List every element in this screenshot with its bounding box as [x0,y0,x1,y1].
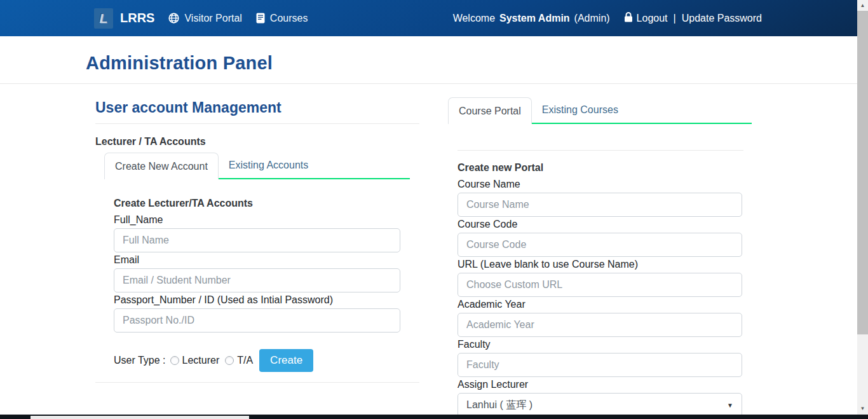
nav-divider: | [674,13,676,24]
page-title: Administration Panel [86,53,868,72]
create-portal-form: Create new Portal Course Name Course Cod… [458,162,742,419]
brand-label: LRRS [120,11,154,25]
assign-lecturer-label: Assign Lecturer [458,380,742,390]
create-button[interactable]: Create [259,349,313,372]
faculty-label: Faculty [458,340,742,350]
create-portal-form-title: Create new Portal [458,162,742,174]
assign-lecturer-select[interactable]: Lanhui ( 蓝珲 ) ▼ [458,393,742,417]
course-code-input[interactable] [458,233,742,257]
bottom-edge-strip [0,415,868,419]
logout-link[interactable]: Logout [624,12,668,25]
update-password-link[interactable]: Update Password [682,13,762,24]
radio-ta[interactable] [225,356,234,365]
email-input[interactable] [114,268,400,292]
tab-create-new-account[interactable]: Create New Account [104,153,219,179]
tab-label: Course Portal [459,106,521,117]
passport-input[interactable] [114,308,400,333]
scroll-up-icon[interactable]: ▲ [857,0,868,11]
passport-label: Passport_Number / ID (Used as Intial Pas… [114,295,400,305]
faculty-input[interactable] [458,353,742,377]
create-account-form-title: Create Lecturer/TA Accounts [114,198,400,209]
tab-course-portal[interactable]: Course Portal [448,97,532,124]
main-content: User account Management Lecturer / TA Ac… [0,84,868,419]
nav-link-courses[interactable]: Courses [256,13,308,24]
divider [95,382,419,383]
tab-label: Existing Accounts [229,160,308,171]
academic-year-input[interactable] [458,313,742,337]
user-account-heading: User account Management [95,99,419,116]
user-name: System Admin [499,13,570,24]
create-account-form: Create Lecturer/TA Accounts Full_Name Em… [114,198,400,372]
lecturer-ta-accounts-heading: Lecturer / TA Accounts [95,136,419,148]
email-label: Email [114,255,400,265]
lrrs-logo-icon: L [94,8,113,29]
divider [95,123,419,124]
tab-label: Create New Account [115,161,208,172]
welcome-text: Welcome [453,13,495,24]
course-portal-section: Course Portal Existing Courses Create ne… [448,84,752,419]
scroll-down-icon[interactable]: ▼ [857,403,868,414]
nav-link-visitor-portal[interactable]: Visitor Portal [168,13,241,24]
user-type-label: User Type : [114,355,166,366]
top-navbar: L LRRS Visitor Portal [0,0,868,36]
chevron-down-icon: ▼ [727,402,733,409]
radio-ta-label[interactable]: T/A [237,355,253,366]
selected-lecturer-value: Lanhui ( 蓝珲 ) [466,399,532,412]
course-tabs: Course Portal Existing Courses [448,97,752,124]
bottom-edge-strip-highlight [31,416,249,419]
title-bar: Administration Panel [0,36,868,84]
globe-icon [168,13,179,24]
radio-lecturer-label[interactable]: Lecturer [182,355,220,366]
scrollbar-thumb[interactable] [857,11,868,334]
custom-url-label: URL (Leave blank to use Course Name) [458,259,742,270]
full-name-input[interactable] [114,228,400,252]
tab-existing-courses[interactable]: Existing Courses [532,97,628,123]
tab-label: Existing Courses [542,104,618,116]
nav-link-label: Courses [270,13,308,24]
book-icon [256,13,265,24]
tab-underline: Existing Courses [532,97,752,124]
tab-existing-accounts[interactable]: Existing Accounts [219,153,318,178]
navbar-left-group: L LRRS Visitor Portal [94,8,308,29]
full-name-label: Full_Name [114,215,400,225]
course-code-label: Course Code [458,219,742,230]
course-name-input[interactable] [458,193,742,217]
custom-url-input[interactable] [458,273,742,297]
divider [458,150,743,151]
academic-year-label: Academic Year [458,299,742,310]
user-account-section: User account Management Lecturer / TA Ac… [95,84,419,383]
course-name-label: Course Name [458,179,742,189]
navbar-right-group: Welcome System Admin (Admin) Logout | Up… [453,12,762,25]
vertical-scrollbar[interactable]: ▲ ▼ [857,0,868,419]
lock-icon [624,12,633,25]
user-role: (Admin) [574,13,610,24]
logout-label: Logout [637,13,668,24]
brand-link[interactable]: L LRRS [94,8,154,29]
radio-lecturer[interactable] [170,356,179,365]
nav-link-label: Visitor Portal [184,13,241,24]
user-type-row: User Type : Lecturer T/A Create [114,349,400,372]
account-tabs: Create New Account Existing Accounts [104,153,410,179]
tab-underline: Existing Accounts [219,153,410,179]
